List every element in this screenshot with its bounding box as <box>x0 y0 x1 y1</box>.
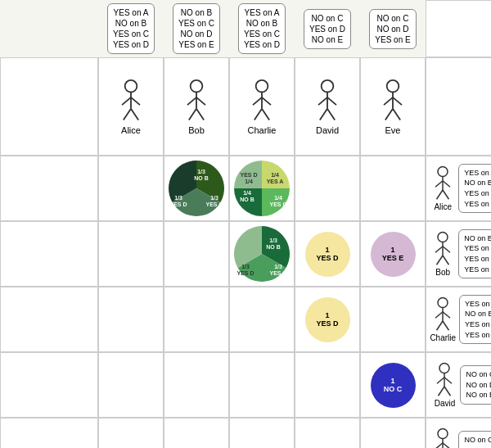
svg-text:1/3: 1/3 <box>241 264 250 269</box>
alice-right-label: Alice <box>434 202 452 211</box>
charlie-icon <box>246 79 278 124</box>
svg-point-68 <box>439 364 449 373</box>
svg-line-28 <box>385 108 393 120</box>
r6c3-empty <box>164 352 229 418</box>
cell-bob-alice: 1/3 NO B 1/3 YES C 1/3 YES D <box>164 156 229 221</box>
svg-text:1/3: 1/3 <box>174 195 182 201</box>
right-bob-cell: Bob NO on BYES on CYES on DYES on E <box>426 221 491 287</box>
corner-empty <box>0 0 98 57</box>
svg-text:1/3: 1/3 <box>210 195 218 201</box>
svg-text:NO B: NO B <box>240 197 255 202</box>
svg-line-71 <box>444 378 452 384</box>
person-alice-top: Alice <box>98 57 164 156</box>
r7c2-empty <box>98 418 164 448</box>
svg-text:YES D: YES D <box>169 201 187 207</box>
svg-line-46 <box>435 181 443 188</box>
circle-david-bob: 1 YES D <box>305 232 350 277</box>
svg-point-24 <box>387 79 399 92</box>
svg-line-20 <box>318 97 327 104</box>
alice-right-icon <box>430 165 455 202</box>
svg-line-72 <box>439 387 445 396</box>
svg-text:1/3: 1/3 <box>274 264 282 269</box>
svg-text:1/4: 1/4 <box>243 190 251 196</box>
eve-right-votes: NO on CNO on DYES on E <box>458 431 491 448</box>
svg-line-11 <box>196 108 204 120</box>
eve-right-icon <box>430 428 455 448</box>
r7c4-empty <box>229 418 295 448</box>
svg-text:YES C: YES C <box>269 201 286 207</box>
r6c5-empty <box>295 352 360 418</box>
svg-line-23 <box>327 108 335 120</box>
svg-text:YES A: YES A <box>267 179 284 184</box>
bob-label-top: Bob <box>188 125 205 135</box>
cell-david-bob: 1 YES D <box>295 221 360 287</box>
svg-point-0 <box>125 79 137 92</box>
person-charlie-top: Charlie <box>229 57 295 156</box>
svg-point-62 <box>438 298 448 308</box>
circle-eve-david: 1 NO C <box>371 363 416 408</box>
r4c2-empty <box>98 221 164 287</box>
svg-line-4 <box>124 108 131 120</box>
svg-line-21 <box>327 97 336 104</box>
r3c5-empty <box>295 156 360 221</box>
circle-eve-bob: 1 YES E <box>371 232 416 277</box>
r5c4-empty <box>229 287 295 352</box>
bob-right-votes: NO on BYES on CYES on DYES on E <box>458 229 491 278</box>
svg-text:YES D: YES D <box>240 172 257 178</box>
pie-charlie-bob: 1/3 NO B 1/3 YES C 1/3 YES D <box>232 224 291 283</box>
svg-line-61 <box>443 256 449 265</box>
r3c1-empty <box>0 156 98 221</box>
svg-text:YES C: YES C <box>269 270 286 276</box>
person-eve-top: Eve <box>360 57 426 156</box>
top-right-empty <box>426 0 491 57</box>
david-icon <box>311 79 344 124</box>
header-alice: YES on ANO on BYES on CYES on D <box>98 0 164 57</box>
r7c5-empty <box>295 418 360 448</box>
charlie-label-top: Charlie <box>248 125 277 135</box>
svg-line-2 <box>122 97 131 104</box>
bob-icon <box>180 79 213 124</box>
svg-line-73 <box>444 387 451 396</box>
svg-text:NO B: NO B <box>266 244 281 250</box>
person-bob-top: Bob <box>164 57 229 156</box>
header-bob: NO on BYES on CNO on DYES on E <box>164 0 229 57</box>
svg-line-8 <box>187 97 196 104</box>
svg-line-76 <box>435 443 443 448</box>
svg-line-66 <box>437 321 444 330</box>
svg-line-58 <box>435 247 443 253</box>
svg-line-5 <box>131 108 138 120</box>
pie-charlie-alice: 1/4 YES A 1/4 YES C NO B 1/4 YES D 1/4 <box>232 159 291 218</box>
svg-line-22 <box>320 108 327 120</box>
r5c3-empty <box>164 287 229 352</box>
bob-right-label: Bob <box>435 268 450 277</box>
svg-line-67 <box>443 321 449 330</box>
svg-line-64 <box>435 312 443 319</box>
svg-text:1/4: 1/4 <box>271 172 279 178</box>
right-charlie-cell: Charlie YES on ANO on BYES on CYES on D <box>426 287 491 352</box>
svg-line-29 <box>393 108 400 120</box>
svg-text:1/3: 1/3 <box>197 169 205 174</box>
svg-text:YES C: YES C <box>205 201 223 207</box>
cell-charlie-alice: 1/4 YES A 1/4 YES C NO B 1/4 YES D 1/4 <box>229 156 295 221</box>
r6c1-empty <box>0 352 98 418</box>
svg-line-26 <box>384 97 393 104</box>
r6c4-empty <box>229 352 295 418</box>
svg-line-17 <box>262 108 269 120</box>
alice-label-top: Alice <box>121 125 141 135</box>
david-label-top: David <box>316 125 339 135</box>
alice-icon <box>115 79 147 124</box>
david-right-label: David <box>435 399 456 408</box>
right-david-cell: David NO on CNO on DNO on E <box>426 352 491 418</box>
right-alice-cell: Alice YES on ANO on BYES on CYES on D <box>426 156 491 221</box>
svg-text:NO B: NO B <box>194 175 209 181</box>
svg-line-77 <box>443 443 450 448</box>
svg-point-6 <box>191 79 203 92</box>
persons-row-empty <box>0 57 98 156</box>
alice-right-votes: YES on ANO on BYES on CYES on D <box>458 164 491 213</box>
svg-line-59 <box>443 247 450 253</box>
r3c2-empty <box>98 156 164 221</box>
svg-line-16 <box>255 108 262 120</box>
svg-line-15 <box>262 97 271 104</box>
david-right-votes: NO on CNO on DNO on E <box>460 365 491 405</box>
r4c3-empty <box>164 221 229 287</box>
